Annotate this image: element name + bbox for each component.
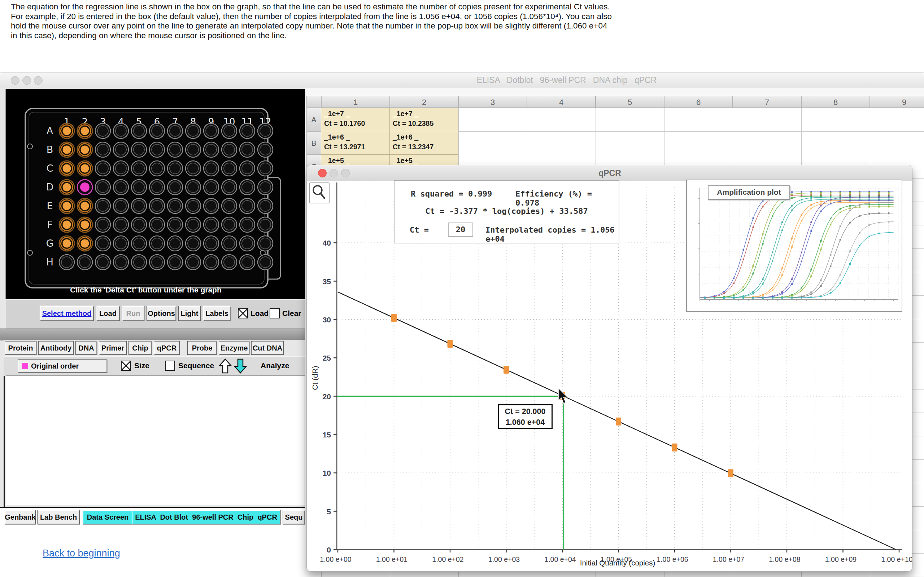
results-list-panel[interactable]: [6, 376, 305, 506]
well-A9[interactable]: [204, 123, 219, 139]
zoom-tool-button[interactable]: [309, 182, 330, 203]
tab-cut-dna[interactable]: Cut DNA: [251, 341, 284, 355]
labels-button[interactable]: Labels: [203, 306, 231, 321]
sheet-column-header[interactable]: 9: [870, 96, 924, 108]
well-C8[interactable]: [186, 161, 201, 176]
well-F1[interactable]: [59, 217, 74, 232]
bottom-tab-sequ[interactable]: Sequ: [283, 510, 305, 524]
sheet-row-header[interactable]: B: [307, 131, 321, 155]
sheet-column-header[interactable]: 1: [321, 96, 390, 108]
well-G7[interactable]: [168, 236, 183, 251]
tab-antibody[interactable]: Antibody: [38, 341, 74, 355]
sheet-column-header[interactable]: 6: [664, 96, 733, 108]
ct-value-input[interactable]: 20: [448, 222, 473, 237]
analyze-label[interactable]: Analyze: [261, 361, 289, 370]
well-E10[interactable]: [221, 198, 237, 213]
well-C3[interactable]: [95, 161, 110, 176]
well-C1[interactable]: [59, 161, 74, 176]
well-B7[interactable]: [168, 142, 183, 157]
bottom-tab-genbank[interactable]: Genbank: [5, 510, 36, 524]
well-A8[interactable]: [186, 123, 201, 139]
well-C11[interactable]: [240, 161, 255, 176]
tab-primer[interactable]: Primer: [99, 341, 127, 355]
load-button[interactable]: Load: [96, 306, 120, 321]
well-C4[interactable]: [113, 161, 129, 176]
well-A1[interactable]: [59, 123, 74, 139]
well-F11[interactable]: [240, 217, 255, 232]
well-H11[interactable]: [240, 255, 255, 270]
well-A11[interactable]: [240, 123, 255, 139]
well-H5[interactable]: [131, 255, 147, 270]
standard-point[interactable]: [672, 443, 677, 451]
well-D1[interactable]: [59, 180, 74, 195]
well-B8[interactable]: [186, 142, 201, 157]
well-E9[interactable]: [204, 198, 219, 213]
standard-point[interactable]: [447, 340, 453, 348]
well-E2[interactable]: [77, 198, 92, 213]
bottom-tab-lab-bench[interactable]: Lab Bench: [37, 510, 80, 524]
well-D11[interactable]: [240, 180, 255, 195]
well-D4[interactable]: [113, 180, 129, 195]
tab-probe[interactable]: Probe: [187, 341, 217, 355]
well-F10[interactable]: [221, 217, 237, 232]
well-F6[interactable]: [149, 217, 165, 232]
well-G9[interactable]: [204, 236, 219, 251]
maximize-window-icon[interactable]: [34, 76, 43, 85]
well-G8[interactable]: [186, 236, 201, 251]
well-D8[interactable]: [186, 180, 201, 195]
well-F9[interactable]: [204, 217, 219, 232]
well-E3[interactable]: [95, 198, 110, 213]
well-E4[interactable]: [113, 198, 129, 213]
well-C2[interactable]: [77, 161, 92, 176]
well-A7[interactable]: [168, 123, 183, 139]
sheet-column-header[interactable]: 2: [390, 96, 459, 108]
sheet-row-header[interactable]: A: [307, 108, 321, 131]
well-C12[interactable]: [258, 161, 273, 176]
well-C7[interactable]: [168, 161, 183, 176]
well-plate-image[interactable]: 123456789101112ABCDEFGHClick the 'Delta …: [6, 89, 305, 299]
well-A4[interactable]: [113, 123, 129, 139]
standard-point[interactable]: [728, 469, 733, 477]
well-F12[interactable]: [258, 217, 273, 232]
well-C9[interactable]: [204, 161, 219, 176]
well-E7[interactable]: [168, 198, 183, 213]
qpcr-titlebar[interactable]: qPCR: [307, 165, 913, 181]
tab-dna[interactable]: DNA: [76, 341, 97, 355]
well-E12[interactable]: [258, 198, 273, 213]
well-D7[interactable]: [168, 180, 183, 195]
well-F5[interactable]: [131, 217, 147, 232]
well-B3[interactable]: [95, 142, 110, 157]
well-D10[interactable]: [221, 180, 237, 195]
well-B9[interactable]: [204, 142, 219, 157]
sheet-column-header[interactable]: 8: [801, 96, 870, 108]
well-G12[interactable]: [258, 236, 273, 251]
well-H8[interactable]: [186, 255, 201, 270]
well-H6[interactable]: [149, 255, 165, 270]
well-B5[interactable]: [131, 142, 147, 157]
well-H9[interactable]: [204, 255, 219, 270]
tab-qpcr[interactable]: qPCR: [154, 341, 180, 355]
well-F3[interactable]: [95, 217, 110, 232]
tab-enzyme[interactable]: Enzyme: [219, 341, 249, 355]
well-A6[interactable]: [149, 123, 165, 139]
well-A5[interactable]: [131, 123, 147, 139]
well-E11[interactable]: [240, 198, 255, 213]
well-G2[interactable]: [77, 236, 92, 251]
well-E8[interactable]: [186, 198, 201, 213]
well-D3[interactable]: [95, 180, 110, 195]
well-E6[interactable]: [149, 198, 165, 213]
tab-chip[interactable]: Chip: [129, 341, 152, 355]
well-G6[interactable]: [149, 236, 165, 251]
sheet-column-header[interactable]: 7: [733, 96, 801, 108]
well-F2[interactable]: [77, 217, 92, 232]
standard-point[interactable]: [616, 417, 621, 425]
well-E1[interactable]: [59, 198, 74, 213]
bottom-tab-data-screen[interactable]: Data Screen: [82, 510, 133, 524]
well-C10[interactable]: [221, 161, 237, 176]
well-D2[interactable]: [77, 180, 92, 195]
well-E5[interactable]: [131, 198, 147, 213]
sort-down-arrow-icon[interactable]: [234, 358, 247, 374]
options-button[interactable]: Options: [147, 306, 176, 321]
tab-protein[interactable]: Protein: [5, 341, 36, 355]
sheet-cell[interactable]: _1e+7 _Ct = 10.1760: [321, 108, 390, 131]
